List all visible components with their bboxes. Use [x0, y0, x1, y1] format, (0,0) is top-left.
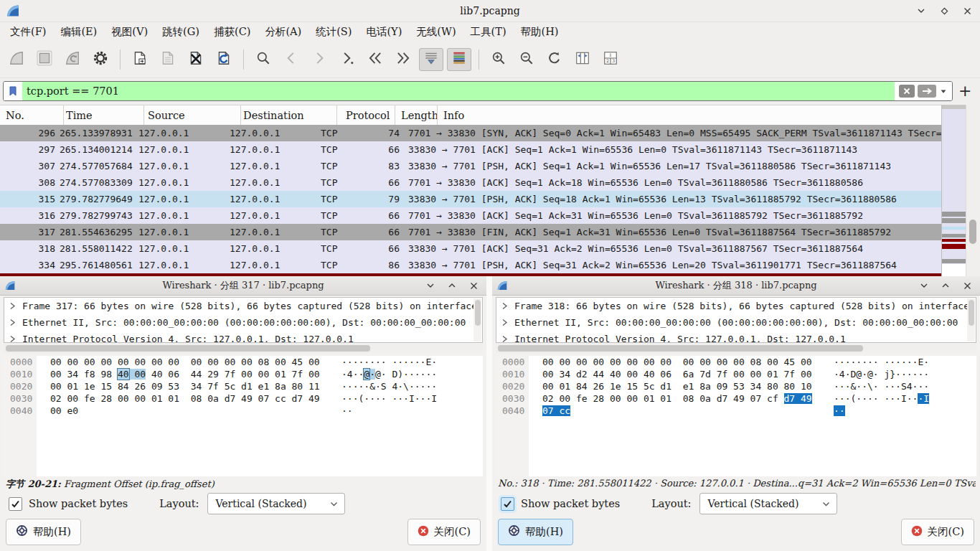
hex-bytes[interactable]: 00 34 d2 44 40 00 40 06 6a 7d 7f 00 00 0…	[542, 369, 826, 380]
expander-icon[interactable]	[496, 302, 514, 310]
menu-telephony[interactable]: 电话(Y)	[359, 23, 409, 41]
display-filter-field[interactable]: tcp.port == 7701	[3, 81, 953, 101]
packet-row-315[interactable]: 315279.782779649127.0.0.1127.0.0.1TCP793…	[0, 191, 941, 207]
expander-icon[interactable]	[4, 335, 22, 343]
ascii-bytes[interactable]: ·4··@·@· D)······	[341, 369, 437, 380]
column-header-source[interactable]: Source	[144, 105, 241, 126]
close-icon[interactable]	[961, 280, 973, 291]
hex-row[interactable]: 001000 34 f8 98 40 00 40 06 44 29 7f 00 …	[4, 368, 483, 380]
hex-bytes[interactable]: 02 00 fe 28 00 00 01 01 08 0a d7 49 07 c…	[50, 393, 334, 404]
ascii-bytes[interactable]: ··	[834, 405, 845, 416]
hex-bytes[interactable]: 00 e0	[50, 405, 334, 416]
scrollbar-thumb[interactable]	[6, 345, 370, 352]
expander-icon[interactable]	[496, 335, 514, 343]
packet-row-297[interactable]: 297265.134001214127.0.0.1127.0.0.1TCP663…	[0, 141, 941, 158]
filter-input[interactable]: tcp.port == 7701	[22, 82, 895, 100]
colorize-button[interactable]	[447, 48, 471, 71]
hex-row[interactable]: 001000 34 d2 44 40 00 40 06 6a 7d 7f 00 …	[496, 368, 976, 380]
scrollbar-thumb[interactable]	[969, 220, 976, 244]
first-packet-button[interactable]	[363, 48, 387, 71]
ascii-bytes[interactable]: ··	[341, 405, 353, 416]
hex-row[interactable]: 002000 01 84 26 1e 15 5c d1 e1 8a 09 53 …	[496, 380, 976, 392]
tree-row[interactable]: Internet Protocol Version 4, Src: 127.0.…	[496, 331, 976, 343]
restore-icon[interactable]	[940, 280, 951, 291]
last-packet-button[interactable]	[391, 48, 415, 71]
show-packet-bytes-checkbox[interactable]	[9, 497, 22, 511]
menu-tools[interactable]: 工具(T)	[463, 23, 514, 41]
menu-view[interactable]: 视图(V)	[104, 23, 155, 41]
minimize-icon[interactable]	[425, 280, 436, 291]
packet-list-minimap[interactable]	[941, 105, 966, 276]
layout-select[interactable]: Vertical (Stacked)	[207, 493, 345, 514]
packet-row-296[interactable]: 296265.133978931127.0.0.1127.0.0.1TCP747…	[0, 125, 941, 141]
menu-statistics[interactable]: 统计(S)	[308, 23, 359, 41]
column-header-protocol[interactable]: Protocol	[337, 105, 395, 126]
ascii-bytes[interactable]: ········ ······E·	[834, 357, 929, 367]
help-button[interactable]: 帮助(H)	[498, 519, 573, 545]
menu-capture[interactable]: 捕获(C)	[207, 23, 258, 41]
minimize-icon[interactable]	[918, 280, 930, 291]
tree-row[interactable]: Frame 317: 66 bytes on wire (528 bits), …	[4, 298, 482, 314]
menu-wireless[interactable]: 无线(W)	[409, 23, 463, 41]
hex-bytes[interactable]: 00 00 00 00 00 00 00 00 00 00 00 00 08 0…	[50, 357, 334, 367]
column-header-no[interactable]: No.	[0, 105, 64, 126]
column-header-info[interactable]: Info	[438, 105, 941, 126]
hex-bytes[interactable]: 00 00 00 00 00 00 00 00 00 00 00 00 08 0…	[542, 357, 826, 367]
hex-bytes[interactable]: 00 01 1e 15 84 26 09 53 34 7f 5c d1 e1 8…	[50, 381, 334, 392]
close-icon[interactable]	[961, 5, 973, 17]
hex-row[interactable]: 000000 00 00 00 00 00 00 00 00 00 00 00 …	[496, 356, 976, 368]
tree-row[interactable]: Ethernet II, Src: 00:00:00_00:00:00 (00:…	[496, 314, 976, 331]
close-button[interactable]: 关闭(C)	[901, 519, 974, 545]
menu-file[interactable]: 文件(F)	[3, 23, 53, 41]
ascii-bytes[interactable]: ···&··\· ···S4···	[834, 381, 929, 392]
hex-bytes[interactable]: 07 cc	[542, 405, 826, 416]
packet-row-334[interactable]: 334295.761480561127.0.0.1127.0.0.1TCP863…	[0, 257, 941, 273]
ascii-bytes[interactable]: ·4·D@·@· j}······	[834, 369, 929, 380]
menu-help[interactable]: 帮助(H)	[514, 23, 566, 41]
zoom-in-button[interactable]	[486, 48, 511, 71]
autoscroll-button[interactable]	[419, 48, 443, 71]
menu-go[interactable]: 跳转(G)	[155, 23, 207, 41]
layout-select[interactable]: Vertical (Stacked)	[699, 493, 837, 514]
column-header-time[interactable]: Time	[64, 105, 144, 126]
hex-row[interactable]: 004007 cc··	[496, 405, 976, 417]
expander-icon[interactable]	[4, 302, 22, 310]
restore-icon[interactable]	[446, 280, 458, 291]
zoom-reset-button[interactable]	[542, 48, 567, 71]
help-button[interactable]: 帮助(H)	[6, 519, 81, 545]
close-icon[interactable]	[468, 280, 479, 291]
column-header-length[interactable]: Length	[395, 105, 438, 126]
reload-file-button[interactable]	[212, 48, 236, 71]
filter-clear-icon[interactable]	[899, 85, 915, 98]
hex-row[interactable]: 003002 00 fe 28 00 00 01 01 08 0a d7 49 …	[496, 392, 976, 405]
hex-bytes[interactable]: 00 01 84 26 1e 15 5c d1 e1 8a 09 53 34 8…	[542, 381, 826, 392]
capture-options-button[interactable]	[88, 48, 113, 71]
find-packet-button[interactable]	[251, 48, 275, 71]
tree-hscrollbar[interactable]	[496, 344, 976, 353]
close-file-button[interactable]	[184, 48, 208, 71]
expander-icon[interactable]	[4, 319, 22, 326]
tree-hscrollbar[interactable]	[4, 344, 483, 353]
hex-row[interactable]: 004000 e0··	[4, 405, 483, 417]
menu-edit[interactable]: 编辑(E)	[53, 23, 104, 41]
filter-bookmark-icon[interactable]	[4, 82, 22, 100]
scrollbar-thumb[interactable]	[498, 345, 863, 352]
tree-row[interactable]: Frame 318: 66 bytes on wire (528 bits), …	[496, 298, 976, 314]
filter-apply-icon[interactable]	[918, 85, 936, 98]
tree-row[interactable]: Ethernet II, Src: 00:00:00_00:00:00 (00:…	[4, 314, 482, 331]
hex-row[interactable]: 002000 01 1e 15 84 26 09 53 34 7f 5c d1 …	[4, 380, 483, 392]
scrollbar-thumb[interactable]	[475, 300, 481, 326]
goto-packet-button[interactable]	[335, 48, 359, 71]
menu-analyze[interactable]: 分析(A)	[258, 23, 308, 41]
minimize-icon[interactable]	[915, 5, 927, 17]
packet-row-318[interactable]: 318281.558011422127.0.0.1127.0.0.1TCP663…	[0, 240, 941, 257]
layout-button[interactable]: 123	[598, 48, 623, 71]
tree-scrollbar[interactable]	[473, 298, 481, 342]
packet-row-316[interactable]: 316279.782799743127.0.0.1127.0.0.1TCP667…	[0, 207, 941, 224]
ascii-bytes[interactable]: ········ ······E·	[341, 357, 437, 367]
open-file-button[interactable]	[128, 48, 152, 71]
filter-dropdown-icon[interactable]	[939, 85, 948, 98]
show-packet-bytes-checkbox[interactable]	[501, 497, 514, 511]
hex-row[interactable]: 003002 00 fe 28 00 00 01 01 08 0a d7 49 …	[4, 392, 483, 405]
expander-icon[interactable]	[496, 319, 514, 326]
